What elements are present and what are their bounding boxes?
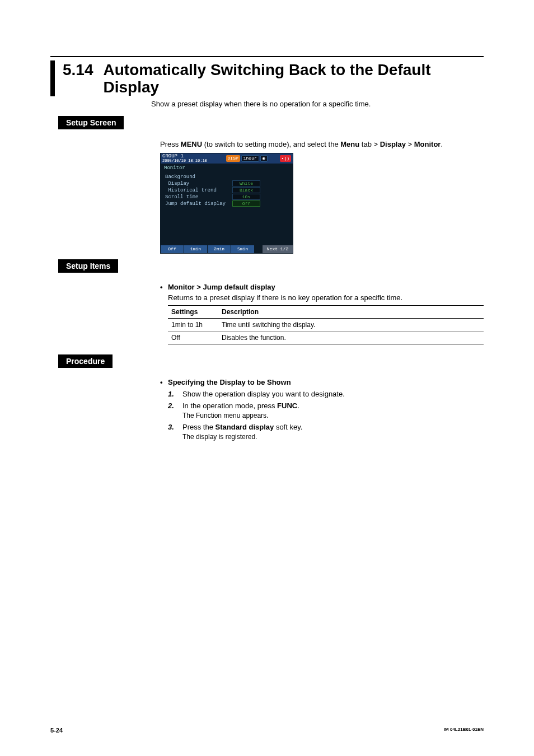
page-number: 5-24 xyxy=(50,727,63,734)
th-settings: Settings xyxy=(168,305,218,318)
th-description: Description xyxy=(218,305,484,318)
doc-id: IM 04L21B01-01EN xyxy=(444,727,484,734)
row-display: Display xyxy=(165,181,232,186)
row-jump: Jump default display xyxy=(165,201,232,207)
device-datetime: 2005/10/10 10:10:10 xyxy=(162,159,207,163)
softkey-5min: 5min xyxy=(231,245,255,253)
setup-screen-instruction: Press MENU (to switch to setting mode), … xyxy=(160,139,484,150)
device-softkeys: Off 1min 2min 5min Next 1/2 xyxy=(161,245,293,253)
step-1: 1. Show the operation display you want t… xyxy=(168,390,484,398)
val-hist: Black xyxy=(232,187,260,193)
disp-badge-icon: DISP xyxy=(226,155,240,162)
device-titlebar: GROUP 1 2005/10/10 10:10:10 DISP 1hour ◉… xyxy=(161,153,293,164)
softkey-2min: 2min xyxy=(208,245,231,253)
setup-items-heading: • Monitor > Jump default display xyxy=(160,283,484,291)
setup-items-desc: Returns to a preset display if there is … xyxy=(168,293,484,302)
device-heading: Monitor xyxy=(161,164,293,172)
val-jump: Off xyxy=(232,200,260,207)
label-procedure: Procedure xyxy=(58,354,113,368)
page-footer: 5-24 IM 04L21B01-01EN xyxy=(50,727,484,734)
section-title: 5.14 Automatically Switching Back to the… xyxy=(50,60,484,96)
label-setup-screen: Setup Screen xyxy=(58,116,124,129)
label-setup-items: Setup Items xyxy=(58,259,118,273)
step-3: 3. Press the Standard display soft key. … xyxy=(168,423,484,441)
row-background: Background xyxy=(165,174,232,180)
softkey-next: Next 1/2 xyxy=(263,245,293,253)
interval-badge: 1hour xyxy=(241,155,259,162)
val-scroll: 10s xyxy=(232,194,260,200)
val-display: White xyxy=(232,180,260,186)
table-row: 1min to 1h Time until switching the disp… xyxy=(168,318,484,331)
table-row: Off Disables the function. xyxy=(168,331,484,344)
procedure-heading: • Specifying the Display to be Shown xyxy=(160,378,484,386)
step-2: 2. In the operation mode, press FUNC. Th… xyxy=(168,402,484,419)
settings-table: Settings Description 1min to 1h Time unt… xyxy=(168,305,484,344)
softkey-off: Off xyxy=(161,245,184,253)
procedure-steps: 1. Show the operation display you want t… xyxy=(168,390,484,441)
title-bar-decoration xyxy=(50,60,55,96)
softkey-1min: 1min xyxy=(184,245,208,253)
section-number: 5.14 xyxy=(63,60,93,79)
row-hist: Historical trend xyxy=(165,188,232,193)
sound-icon: •)) xyxy=(280,155,291,162)
lead-paragraph: Show a preset display when there is no o… xyxy=(151,100,484,108)
device-screenshot: GROUP 1 2005/10/10 10:10:10 DISP 1hour ◉… xyxy=(160,153,293,254)
section-title-text: Automatically Switching Back to the Defa… xyxy=(104,60,484,96)
horizontal-rule xyxy=(50,56,484,57)
camera-icon: ◉ xyxy=(260,155,268,162)
row-scroll: Scroll time xyxy=(165,194,232,200)
